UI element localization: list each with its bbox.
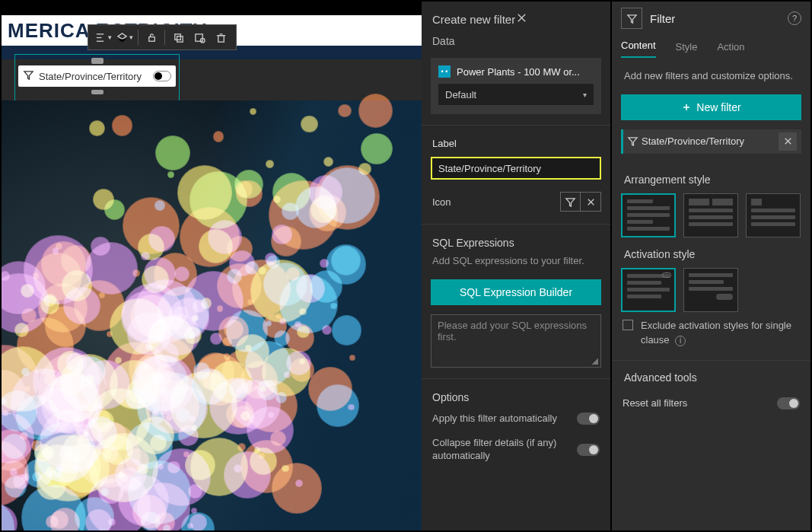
- tab-style[interactable]: Style: [676, 41, 698, 58]
- option-collapse-auto-toggle[interactable]: [577, 444, 600, 456]
- lock-icon: [146, 32, 158, 43]
- svg-rect-4: [148, 37, 154, 41]
- sql-heading: SQL Expressions: [422, 229, 610, 252]
- tab-content[interactable]: Content: [621, 40, 656, 58]
- align-icon: [95, 32, 107, 43]
- arrangement-option-3[interactable]: [746, 193, 801, 237]
- filter-widget-selection[interactable]: State/Province/Territory: [15, 55, 179, 100]
- data-heading: Data: [422, 30, 610, 52]
- svg-marker-3: [118, 33, 126, 39]
- activation-option-2[interactable]: [683, 268, 738, 312]
- delete-button[interactable]: [210, 27, 231, 47]
- filter-chip-label: State/Province/Territory: [39, 71, 142, 82]
- window-top-strip: [2, 2, 422, 15]
- tab-action[interactable]: Action: [717, 41, 744, 58]
- settings-tabs: Content Style Action: [612, 35, 810, 58]
- activation-option-1[interactable]: [621, 268, 676, 312]
- icon-heading: Icon: [432, 196, 451, 208]
- sql-builder-label: SQL Expression Builder: [460, 286, 572, 298]
- svg-rect-5: [174, 33, 180, 40]
- exclude-activation-row: Exclude activation styles for single cla…: [612, 312, 810, 354]
- map-canvas[interactable]: MERICA ECTRICITY ▾ ▾: [2, 2, 422, 530]
- layers-button[interactable]: ▾: [114, 27, 135, 47]
- activation-style-row: [612, 268, 810, 312]
- svg-marker-12: [24, 72, 33, 79]
- pending-button[interactable]: [189, 27, 210, 47]
- sql-builder-button[interactable]: SQL Expression Builder: [431, 279, 601, 305]
- sql-description: Add SQL expressions to your filter.: [422, 252, 610, 276]
- exclude-activation-label: Exclude activation styles for single cla…: [641, 320, 791, 346]
- filter-settings-panel: Filter ? Content Style Action Add new fi…: [610, 2, 810, 530]
- plus-icon: ＋: [681, 100, 692, 114]
- help-icon: ?: [792, 14, 797, 23]
- svg-rect-9: [218, 35, 224, 41]
- sql-placeholder: Please add your SQL expressions first.: [438, 320, 587, 342]
- option-apply-auto-toggle[interactable]: [577, 413, 600, 425]
- label-heading: Label: [422, 130, 610, 152]
- drag-handle-top[interactable]: [91, 58, 103, 64]
- filter-item-remove-button[interactable]: [779, 132, 797, 151]
- options-heading: Options: [422, 384, 610, 406]
- reset-filters-label: Reset all filters: [623, 397, 687, 409]
- label-input-value: State/Province/Territory: [438, 163, 541, 174]
- duplicate-button[interactable]: [167, 27, 189, 47]
- option-apply-auto-label: Apply this filter automatically: [432, 413, 577, 425]
- close-icon: [585, 196, 597, 208]
- widget-toolbar: ▾ ▾: [88, 24, 237, 50]
- align-button[interactable]: ▾: [93, 27, 114, 47]
- info-icon[interactable]: i: [675, 336, 686, 346]
- svg-marker-19: [628, 138, 636, 145]
- arrangement-option-2[interactable]: [683, 193, 738, 237]
- panel-title: Create new filter: [432, 13, 516, 26]
- drag-handle-bottom[interactable]: [91, 90, 103, 94]
- close-button[interactable]: [516, 12, 600, 26]
- svg-marker-18: [627, 14, 635, 22]
- sql-expressions-textarea[interactable]: Please add your SQL expressions first.: [431, 314, 601, 368]
- reset-filters-toggle[interactable]: [777, 397, 800, 409]
- chevron-down-icon: ▾: [583, 91, 587, 99]
- lock-button[interactable]: [141, 27, 162, 47]
- filter-chip[interactable]: State/Province/Territory: [18, 65, 176, 87]
- trash-icon: [215, 32, 227, 43]
- close-icon: [782, 135, 794, 147]
- funnel-icon: [623, 135, 642, 147]
- label-input[interactable]: State/Province/Territory: [431, 157, 601, 180]
- instructions-text: Add new filters and customize options.: [612, 58, 810, 94]
- funnel-icon: [565, 196, 576, 208]
- funnel-icon: [23, 69, 34, 83]
- activation-heading: Activation style: [612, 237, 810, 268]
- arrangement-style-row: [612, 193, 810, 237]
- data-source-name: Power Plants - 100 MW or...: [457, 66, 580, 78]
- close-icon: [516, 12, 527, 24]
- option-collapse-auto-label: Collapse filter details (if any) automat…: [432, 437, 577, 463]
- view-select[interactable]: Default ▾: [438, 84, 594, 105]
- icon-picker: [560, 192, 601, 212]
- feature-layer-icon: • •: [438, 65, 451, 78]
- data-source-box: • • Power Plants - 100 MW or... Default …: [431, 58, 601, 114]
- pending-icon: [194, 32, 205, 43]
- map-ocean: [2, 100, 422, 530]
- arrangement-option-1[interactable]: [621, 193, 676, 237]
- data-source-row[interactable]: • • Power Plants - 100 MW or...: [438, 65, 594, 78]
- filter-list-item[interactable]: State/Province/Territory: [621, 129, 801, 154]
- filter-chip-toggle[interactable]: [153, 71, 171, 81]
- view-select-value: Default: [445, 89, 476, 100]
- layers-icon: [116, 32, 128, 43]
- widget-icon-box: [621, 8, 642, 29]
- advanced-heading: Advanced tools: [612, 367, 810, 391]
- filter-item-label: State/Province/Territory: [642, 135, 779, 147]
- duplicate-icon: [173, 32, 184, 43]
- option-apply-auto: Apply this filter automatically: [422, 406, 610, 432]
- widget-title: Filter: [650, 12, 675, 25]
- new-filter-label: New filter: [696, 101, 740, 113]
- create-filter-panel: Create new filter Data • • Power Plants …: [422, 2, 610, 530]
- icon-choose-button[interactable]: [561, 193, 581, 211]
- icon-clear-button[interactable]: [581, 193, 600, 211]
- new-filter-button[interactable]: ＋ New filter: [621, 94, 801, 120]
- svg-rect-7: [195, 33, 202, 40]
- help-button[interactable]: ?: [788, 11, 801, 25]
- svg-marker-15: [566, 198, 575, 205]
- arrangement-heading: Arrangement style: [612, 160, 810, 193]
- exclude-activation-checkbox[interactable]: [623, 320, 633, 330]
- funnel-icon: [626, 13, 638, 24]
